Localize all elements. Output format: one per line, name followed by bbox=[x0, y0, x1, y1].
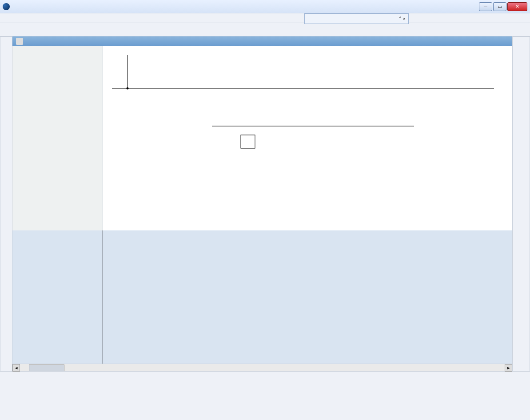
workarea: ◂ ▸ bbox=[0, 36, 530, 371]
gear-icon bbox=[16, 38, 23, 45]
menu-bar: ˄ × bbox=[0, 13, 530, 23]
h-scrollbar[interactable]: ◂ ▸ bbox=[12, 364, 512, 371]
schematic-canvas[interactable] bbox=[103, 46, 512, 230]
right-toolbar bbox=[512, 36, 530, 371]
app-icon bbox=[3, 3, 10, 10]
svg-rect-4 bbox=[241, 135, 255, 148]
window-titlebar: ─ ▭ ✕ bbox=[0, 0, 530, 13]
scroll-left-icon[interactable]: ◂ bbox=[12, 364, 20, 372]
schematic-svg bbox=[103, 46, 503, 228]
document-header bbox=[12, 36, 512, 46]
row-headers bbox=[12, 230, 103, 364]
symbol-palette bbox=[0, 371, 530, 420]
line-table bbox=[12, 230, 512, 364]
legend-dropdown[interactable]: ˄ × bbox=[304, 13, 409, 24]
scroll-track[interactable] bbox=[20, 364, 505, 371]
main-toolbar bbox=[0, 23, 530, 36]
window-buttons: ─ ▭ ✕ bbox=[479, 2, 527, 11]
info-panel bbox=[12, 46, 103, 230]
close-button[interactable]: ✕ bbox=[507, 2, 527, 11]
scroll-thumb[interactable] bbox=[29, 365, 64, 371]
doc-body bbox=[12, 46, 512, 230]
maximize-button[interactable]: ▭ bbox=[493, 2, 506, 11]
chevron-up-icon: ˄ × bbox=[399, 16, 406, 22]
data-grid[interactable] bbox=[103, 230, 512, 364]
left-toolbar bbox=[0, 36, 12, 371]
minimize-button[interactable]: ─ bbox=[479, 2, 492, 11]
center-panel: ◂ ▸ bbox=[12, 36, 512, 371]
scroll-right-icon[interactable]: ▸ bbox=[505, 364, 512, 372]
